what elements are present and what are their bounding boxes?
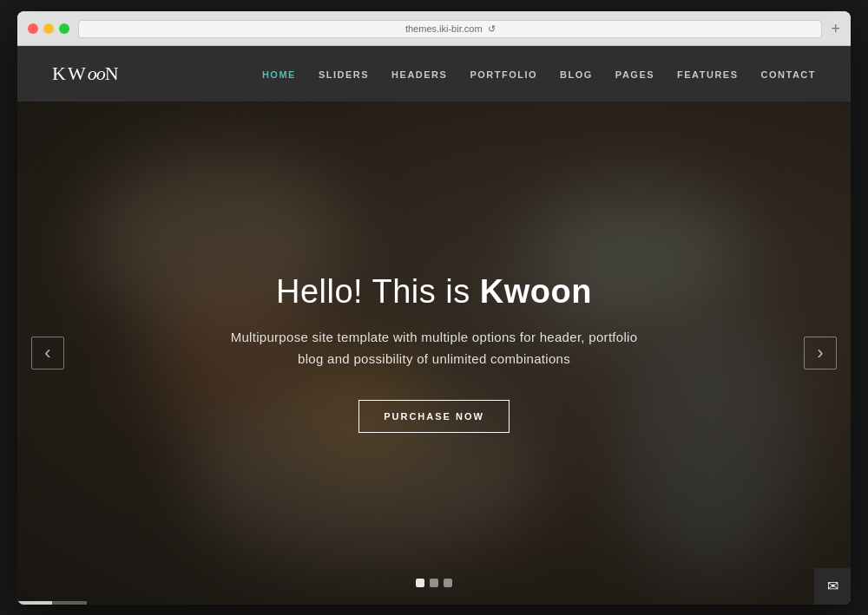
nav-item-home[interactable]: HOME xyxy=(262,66,296,82)
nav-link-pages[interactable]: PAGES xyxy=(615,69,654,80)
slider-dot-1[interactable] xyxy=(416,579,424,587)
slider-dots xyxy=(416,579,452,587)
browser-dots xyxy=(28,23,69,34)
hero-content: Hello! This is Kwoon Multipurpose site t… xyxy=(214,273,655,433)
nav-item-portfolio[interactable]: PORTFOLIO xyxy=(470,66,537,82)
site-logo[interactable]: KWooN xyxy=(52,62,121,85)
nav-link-home[interactable]: HOME xyxy=(262,69,296,80)
hero-title: Hello! This is Kwoon xyxy=(231,273,638,311)
slider-dot-2[interactable] xyxy=(430,579,438,587)
purchase-now-button[interactable]: PURCHASE NOW xyxy=(358,400,510,433)
main-nav: HOME SLIDERS HEADERS PORTFOLIO BLOG PAGE… xyxy=(262,66,816,82)
browser-chrome: themes.iki-bir.com ↺ + xyxy=(17,11,851,46)
scroll-hint xyxy=(17,601,87,605)
slider-prev-button[interactable]: ‹ xyxy=(31,337,64,370)
browser-window: themes.iki-bir.com ↺ + KWooN HOME SLIDER… xyxy=(17,11,851,605)
hero-title-regular: Hello! This is xyxy=(276,273,480,310)
nav-link-portfolio[interactable]: PORTFOLIO xyxy=(470,69,537,80)
nav-item-contact[interactable]: CONTACT xyxy=(761,66,816,82)
website-content: KWooN HOME SLIDERS HEADERS PORTFOLIO BLO… xyxy=(17,46,851,605)
hero-title-bold: Kwoon xyxy=(480,273,592,310)
nav-link-features[interactable]: FEATURES xyxy=(677,69,738,80)
navbar: KWooN HOME SLIDERS HEADERS PORTFOLIO BLO… xyxy=(17,46,851,101)
nav-item-headers[interactable]: HEADERS xyxy=(391,66,447,82)
nav-item-blog[interactable]: BLOG xyxy=(560,66,593,82)
arrow-right-icon: › xyxy=(817,342,823,364)
maximize-dot[interactable] xyxy=(59,23,69,34)
slider-next-button[interactable]: › xyxy=(804,337,837,370)
mail-icon: ✉ xyxy=(827,578,838,594)
new-tab-button[interactable]: + xyxy=(831,21,840,36)
nav-item-pages[interactable]: PAGES xyxy=(615,66,654,82)
minimize-dot[interactable] xyxy=(43,23,54,34)
nav-link-contact[interactable]: CONTACT xyxy=(761,69,816,80)
nav-link-sliders[interactable]: SLIDERS xyxy=(319,69,369,80)
nav-item-features[interactable]: FEATURES xyxy=(677,66,738,82)
nav-link-headers[interactable]: HEADERS xyxy=(391,69,447,80)
scroll-indicator xyxy=(17,601,52,605)
nav-item-sliders[interactable]: SLIDERS xyxy=(319,66,369,82)
hero-section: ‹ Hello! This is Kwoon Multipurpose site… xyxy=(17,101,851,605)
refresh-icon[interactable]: ↺ xyxy=(488,23,496,35)
url-text: themes.iki-bir.com xyxy=(405,23,483,34)
address-bar[interactable]: themes.iki-bir.com ↺ xyxy=(78,20,822,38)
mail-button[interactable]: ✉ xyxy=(814,568,851,605)
slider-dot-3[interactable] xyxy=(444,579,452,587)
arrow-left-icon: ‹ xyxy=(44,342,50,364)
hero-subtitle: Multipurpose site template with multiple… xyxy=(231,326,638,370)
nav-link-blog[interactable]: BLOG xyxy=(560,69,593,80)
close-dot[interactable] xyxy=(28,23,38,34)
